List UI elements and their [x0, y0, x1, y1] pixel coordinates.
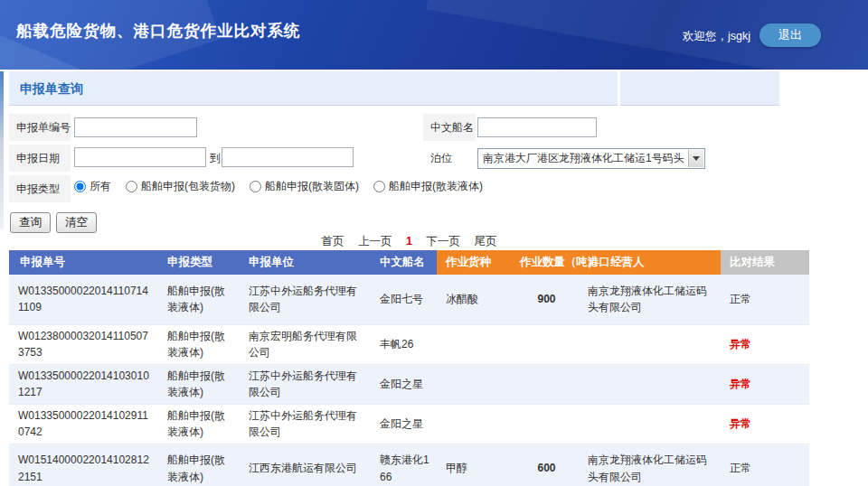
cell-cargo: 甲醇 — [437, 444, 511, 486]
col-decl-type: 申报类型 — [158, 250, 240, 275]
cell-decl-type: 船舶申报(散装液体) — [158, 444, 240, 486]
cell-decl-type: 船舶申报(散装液体) — [158, 324, 240, 364]
cell-decl-no: W015140000220141028122151 — [9, 444, 158, 486]
cell-ship-name: 金阳七号 — [371, 275, 437, 324]
cell-cargo — [437, 324, 511, 364]
cell-company: 南京宏明船务代理有限公司 — [240, 324, 371, 364]
radio-input[interactable] — [250, 181, 261, 192]
welcome-text: 欢迎您，jsgkj — [683, 29, 750, 44]
pagination: 首页 上一页 1 下一页 尾页 — [9, 234, 809, 249]
decl-type-radio-group: 所有 船舶申报(包装货物) 船舶申报(散装固体) 船舶申报(散装液体) — [74, 179, 497, 194]
cell-decl-type: 船舶申报(散装液体) — [158, 364, 240, 404]
col-company: 申报单位 — [240, 250, 371, 275]
logout-button[interactable]: 退出 — [760, 23, 821, 47]
col-compare-result: 比对结果 — [721, 250, 809, 275]
radio-option-label: 船舶申报(散装液体) — [389, 179, 483, 194]
cell-quantity: 600 — [511, 444, 579, 486]
col-ship-name: 中文船名 — [371, 250, 437, 275]
cell-company: 江苏中外运船务代理有限公司 — [240, 404, 371, 444]
tab-side-panel — [620, 71, 779, 106]
berth-select[interactable]: 南京港大厂港区龙翔液体化工储运1号码头 — [477, 148, 705, 169]
cell-decl-type: 船舶申报(散装液体) — [158, 275, 240, 324]
decl-type-radio-option[interactable]: 船舶申报(散装液体) — [373, 179, 483, 194]
cell-operator: 南京龙翔液体化工储运码头有限公司 — [579, 275, 721, 324]
cell-cargo — [437, 364, 511, 404]
cell-operator — [579, 324, 721, 364]
radio-option-label: 所有 — [90, 179, 111, 194]
decl-no-label: 申报单编号 — [9, 114, 71, 141]
berth-selected-value: 南京港大厂港区龙翔液体化工储运1号码头 — [483, 152, 684, 164]
decl-type-label: 申报类型 — [9, 175, 71, 202]
cell-decl-no: W012380000320141105073753 — [9, 324, 158, 364]
page-title: 申报单查询 — [20, 71, 618, 106]
date-to-label: 到 — [210, 151, 221, 166]
radio-option-label: 船舶申报(散装固体) — [265, 179, 359, 194]
left-accent-bar — [0, 71, 4, 229]
cell-company: 江苏中外运船务代理有限公司 — [240, 275, 371, 324]
cell-operator — [579, 404, 721, 444]
cell-compare-result: 正常 — [721, 275, 809, 324]
cell-company: 江西东港航运有限公司 — [240, 444, 371, 486]
pagination-prev[interactable]: 上一页 — [358, 235, 392, 248]
decl-type-radio-option[interactable]: 所有 — [74, 179, 111, 194]
table-row[interactable]: W013350000220141029110742 船舶申报(散装液体) 江苏中… — [9, 404, 809, 444]
app-header: 船载危险货物、港口危货作业比对系统 欢迎您，jsgkj 退出 — [0, 0, 868, 70]
cell-quantity — [511, 324, 579, 364]
cell-decl-no: W013350000220141029110742 — [9, 404, 158, 444]
ship-name-label: 中文船名 — [423, 114, 476, 141]
table-row[interactable]: W013350000220141030101217 船舶申报(散装液体) 江苏中… — [9, 364, 809, 404]
tab-declaration-query[interactable]: 申报单查询 — [9, 71, 618, 106]
col-decl-no: 申报单号 — [9, 250, 158, 275]
cell-compare-result: 正常 — [721, 444, 809, 486]
cell-decl-type: 船舶申报(散装液体) — [158, 404, 240, 444]
ship-name-input[interactable] — [477, 117, 597, 137]
result-table: 申报单号 申报类型 申报单位 中文船名 作业货种 作业数量（吨） 港口经营人 比… — [9, 250, 809, 486]
decl-type-radio-option[interactable]: 船舶申报(散装固体) — [250, 179, 359, 194]
cell-decl-no: W013350000220141107141109 — [9, 275, 158, 324]
cell-compare-result: 异常 — [721, 324, 809, 364]
decl-type-radio-option[interactable]: 船舶申报(包装货物) — [126, 179, 235, 194]
cell-company: 江苏中外运船务代理有限公司 — [240, 364, 371, 404]
cell-operator — [579, 364, 721, 404]
app-title: 船载危险货物、港口危货作业比对系统 — [16, 0, 301, 61]
cell-ship-name: 赣东港化166 — [371, 444, 437, 486]
cell-ship-name: 丰帆26 — [371, 324, 437, 364]
decl-no-input[interactable] — [74, 117, 197, 137]
col-operator: 港口经营人 — [579, 250, 721, 275]
cell-compare-result: 异常 — [721, 364, 809, 404]
radio-input[interactable] — [373, 181, 385, 192]
table-row[interactable]: W013350000220141107141109 船舶申报(散装液体) 江苏中… — [9, 275, 809, 324]
col-cargo: 作业货种 — [437, 250, 511, 275]
decl-date-label: 申报日期 — [9, 145, 71, 172]
cell-ship-name: 金阳之星 — [371, 364, 437, 404]
dropdown-arrow-icon[interactable] — [688, 150, 703, 167]
table-row[interactable]: W012380000320141105073753 船舶申报(散装液体) 南京宏… — [9, 324, 809, 364]
cell-cargo: 冰醋酸 — [437, 275, 511, 324]
date-to-input[interactable] — [222, 147, 354, 167]
clear-button[interactable]: 清空 — [56, 212, 97, 233]
cell-ship-name: 金阳之星 — [371, 404, 437, 444]
pagination-current-page: 1 — [406, 235, 412, 248]
table-row[interactable]: W015140000220141028122151 船舶申报(散装液体) 江西东… — [9, 444, 809, 486]
col-quantity: 作业数量（吨） — [511, 250, 579, 275]
radio-input[interactable] — [126, 181, 137, 192]
query-button[interactable]: 查询 — [10, 212, 51, 233]
cell-cargo — [437, 404, 511, 444]
cell-operator: 南京龙翔液体化工储运码头有限公司 — [579, 444, 721, 486]
table-header-row: 申报单号 申报类型 申报单位 中文船名 作业货种 作业数量（吨） 港口经营人 比… — [9, 250, 809, 275]
pagination-next[interactable]: 下一页 — [426, 235, 460, 248]
berth-label: 泊位 — [423, 145, 476, 172]
radio-input[interactable] — [74, 181, 86, 192]
pagination-first[interactable]: 首页 — [322, 235, 344, 248]
cell-decl-no: W013350000220141030101217 — [9, 364, 158, 404]
cell-quantity — [511, 404, 579, 444]
cell-quantity — [511, 364, 579, 404]
cell-compare-result: 异常 — [721, 404, 809, 444]
cell-quantity: 900 — [511, 275, 579, 324]
pagination-last[interactable]: 尾页 — [474, 235, 496, 248]
radio-option-label: 船舶申报(包装货物) — [141, 179, 235, 194]
date-from-input[interactable] — [74, 147, 206, 167]
